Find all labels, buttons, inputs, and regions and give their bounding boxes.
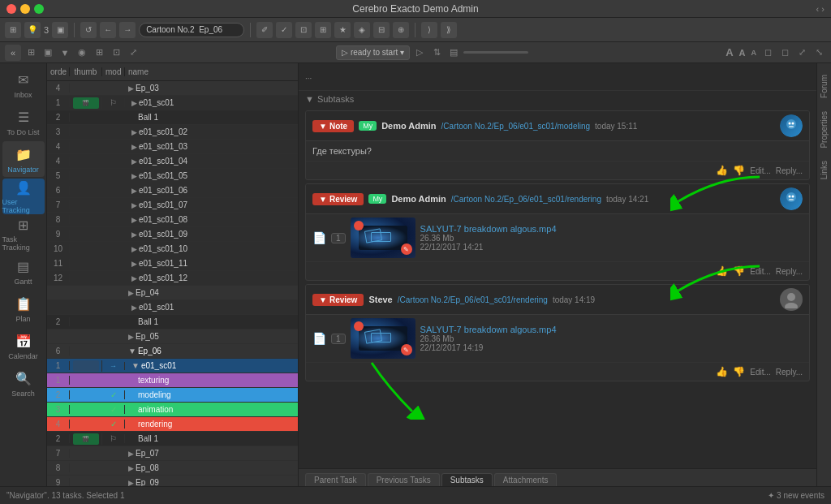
- edit-link-1[interactable]: Edit...: [750, 166, 771, 175]
- maximize-button[interactable]: [34, 4, 44, 14]
- note-path-1[interactable]: /Cartoon No.2/Ep_06/e01_sc01/modeling: [441, 122, 590, 131]
- nav-icon-filter[interactable]: ▼: [58, 45, 72, 60]
- panel-fullscreen-button[interactable]: ⤡: [812, 45, 826, 60]
- edit-link-3[interactable]: Edit...: [750, 368, 771, 377]
- sidebar-item-user-tracking[interactable]: 👤 User Tracking: [2, 179, 45, 214]
- reply-link-3[interactable]: Reply...: [776, 368, 803, 377]
- attachment-thumb-1[interactable]: ✎: [351, 218, 416, 258]
- panel-expand-button[interactable]: ▤: [446, 45, 461, 60]
- far-tab-forum[interactable]: Forum: [818, 70, 830, 103]
- nav-icon-expand[interactable]: ⊡: [109, 45, 123, 60]
- panel-expand2-button[interactable]: ⤢: [794, 45, 809, 60]
- sidebar-item-inbox[interactable]: ✉ Inbox: [2, 67, 45, 102]
- tool-icon-3[interactable]: ▣: [52, 22, 68, 38]
- table-row-animation[interactable]: 3 ✓ animation: [47, 403, 298, 417]
- tab-attachments[interactable]: Attachments: [494, 473, 558, 486]
- dislike-icon-3[interactable]: 👎: [733, 366, 745, 377]
- tool-icon-10[interactable]: ⊟: [373, 22, 390, 38]
- dislike-icon-2[interactable]: 👎: [733, 265, 745, 277]
- attachment-thumb-2[interactable]: ✎: [351, 318, 416, 359]
- sidebar-item-calendar[interactable]: 📅 Calendar: [2, 328, 45, 364]
- dislike-icon-1[interactable]: 👎: [733, 165, 745, 176]
- title-bar-nav[interactable]: ‹ ›: [816, 4, 825, 14]
- nav-icon-grid[interactable]: ⊞: [92, 45, 106, 60]
- table-row[interactable]: 7 ▶ e01_sc01_07: [47, 198, 298, 213]
- note-path-3[interactable]: /Cartoon No.2/Ep_06/e01_sc01/rendering: [398, 295, 548, 304]
- table-row[interactable]: 9 ▶ e01_sc01_09: [47, 227, 298, 242]
- tool-icon-12[interactable]: ⟩: [421, 22, 437, 38]
- minimize-button[interactable]: [20, 4, 30, 14]
- tab-subtasks[interactable]: Subtasks: [441, 473, 493, 486]
- like-icon-2[interactable]: 👍: [716, 265, 728, 277]
- tool-icon-7[interactable]: ⊞: [315, 22, 331, 38]
- tool-icon-9[interactable]: ◈: [354, 22, 370, 38]
- table-row[interactable]: 2 Ball 1: [47, 315, 298, 330]
- tool-icon-6[interactable]: ⊡: [295, 22, 312, 38]
- text-medium-icon[interactable]: A: [738, 48, 747, 58]
- sidebar-item-plan[interactable]: 📋 Plan: [2, 291, 45, 326]
- undo-button[interactable]: ↺: [80, 22, 97, 38]
- tool-icon-13[interactable]: ⟫: [441, 22, 457, 38]
- nav-icon-2[interactable]: ▣: [41, 45, 55, 60]
- panel-icon-a[interactable]: ◻: [760, 45, 775, 60]
- panel-play-button[interactable]: ▷: [412, 45, 427, 60]
- forward-button[interactable]: →: [119, 22, 136, 38]
- back-button[interactable]: ←: [100, 22, 116, 38]
- far-tab-properties[interactable]: Properties: [818, 106, 830, 153]
- table-row[interactable]: ▶ e01_sc01: [47, 300, 298, 315]
- nav-icon-1[interactable]: ⊞: [24, 45, 38, 60]
- tool-icon-11[interactable]: ⊕: [393, 22, 409, 38]
- tool-icon-4[interactable]: ✐: [256, 22, 273, 38]
- like-icon-1[interactable]: 👍: [716, 165, 728, 176]
- table-row[interactable]: ▶ Ep_05: [47, 330, 298, 344]
- sidebar-item-task-tracking[interactable]: ⊞ Task Tracking: [2, 216, 45, 252]
- search-input[interactable]: [139, 23, 244, 37]
- text-small-icon[interactable]: A: [750, 49, 759, 57]
- table-row-texturing[interactable]: 1 texturing: [47, 373, 298, 388]
- tool-icon-8[interactable]: ★: [334, 22, 351, 38]
- table-row[interactable]: 4 ▶ e01_sc01_04: [47, 154, 298, 169]
- table-row-ep06[interactable]: 6 ▼ Ep_06: [47, 344, 298, 359]
- close-button[interactable]: [6, 4, 16, 14]
- table-row[interactable]: 9 ▶ Ep_09: [47, 476, 298, 486]
- panel-icon-b[interactable]: ◻: [777, 45, 792, 60]
- table-row-rendering[interactable]: 4 ✓ rendering: [47, 417, 298, 432]
- nav-icon-eye[interactable]: ◉: [75, 45, 89, 60]
- table-row[interactable]: 8 ▶ Ep_08: [47, 461, 298, 476]
- table-row[interactable]: 6 ▶ e01_sc01_06: [47, 183, 298, 198]
- table-row[interactable]: 4 ▶ e01_sc01_03: [47, 140, 298, 154]
- ready-to-start-button[interactable]: ▷ ready to start ▾: [336, 45, 410, 60]
- table-row[interactable]: 2 Ball 1: [47, 110, 298, 125]
- tool-icon-2[interactable]: 💡: [24, 22, 41, 38]
- attach-name-2[interactable]: SALYUT-7 breakdown algous.mp4: [420, 325, 803, 334]
- sidebar-item-todo[interactable]: ☰ To Do List: [2, 104, 45, 140]
- tool-icon-1[interactable]: ⊞: [5, 22, 21, 38]
- panel-sort-button[interactable]: ⇅: [429, 45, 444, 60]
- tool-icon-5[interactable]: ✓: [276, 22, 292, 38]
- table-row[interactable]: 8 ▶ e01_sc01_08: [47, 213, 298, 227]
- collapse-sidebar-button[interactable]: «: [5, 45, 21, 61]
- sidebar-item-navigator[interactable]: 📁 Navigator: [2, 141, 45, 177]
- note-path-2[interactable]: /Cartoon No.2/Ep_06/e01_sc01/rendering: [451, 195, 601, 204]
- table-row-modeling[interactable]: 2 ✓ modeling: [47, 388, 298, 403]
- tab-parent-task[interactable]: Parent Task: [305, 473, 366, 486]
- table-row[interactable]: 3 ▶ e01_sc01_02: [47, 125, 298, 140]
- table-row[interactable]: 5 ▶ e01_sc01_05: [47, 169, 298, 183]
- edit-link-2[interactable]: Edit...: [750, 267, 771, 276]
- table-row[interactable]: 7 ▶ Ep_07: [47, 446, 298, 461]
- attach-edit-icon-1[interactable]: ✎: [401, 243, 412, 255]
- table-row[interactable]: 11 ▶ e01_sc01_11: [47, 256, 298, 271]
- reply-link-2[interactable]: Reply...: [776, 267, 803, 276]
- nav-icon-fullscreen[interactable]: ⤢: [126, 45, 140, 60]
- attach-name-1[interactable]: SALYUT-7 breakdown algous.mp4: [420, 224, 803, 234]
- reply-link-1[interactable]: Reply...: [776, 166, 803, 175]
- table-row[interactable]: 12 ▶ e01_sc01_12: [47, 271, 298, 286]
- attach-edit-icon-2[interactable]: ✎: [401, 344, 412, 355]
- sidebar-item-gantt[interactable]: ▤ Gantt: [2, 253, 45, 289]
- like-icon-3[interactable]: 👍: [716, 366, 728, 377]
- sidebar-item-search[interactable]: 🔍 Search: [2, 365, 45, 401]
- table-row[interactable]: 2🎬 ⚐ Ball 1: [47, 432, 298, 446]
- table-row[interactable]: 4 ▶ Ep_03: [47, 81, 298, 96]
- far-tab-links[interactable]: Links: [818, 156, 830, 184]
- table-row[interactable]: 10 ▶ e01_sc01_10: [47, 242, 298, 256]
